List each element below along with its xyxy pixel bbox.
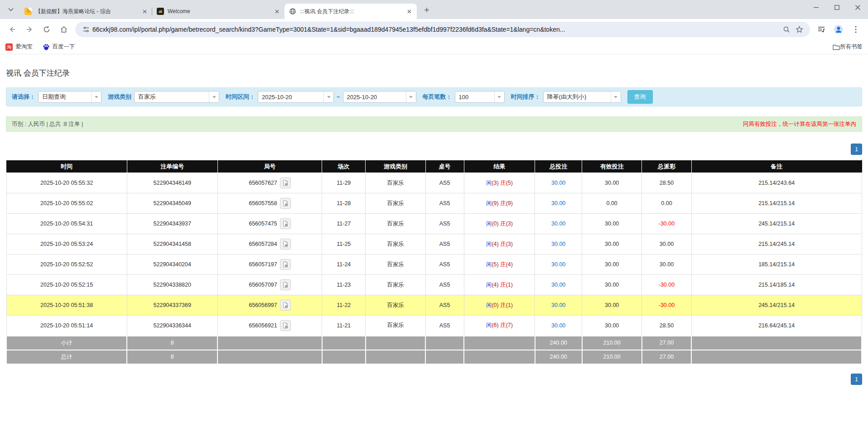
page-size-select[interactable]: 100	[455, 91, 505, 103]
chevron-down-icon[interactable]	[209, 91, 219, 102]
home-button[interactable]	[56, 22, 72, 37]
cell-remark: 215.14/185.14	[691, 275, 862, 295]
site-settings-icon[interactable]	[80, 23, 92, 36]
table-row[interactable]: 2025-10-20 05:55:32 522904346149 6560576…	[6, 173, 862, 193]
new-tab-button[interactable]	[420, 4, 433, 16]
player-points: (0)	[492, 302, 498, 308]
chevron-down-icon[interactable]	[611, 91, 621, 102]
cell-time: 2025-10-20 05:52:52	[6, 254, 127, 275]
cell-remark: 216.64/245.14	[691, 316, 862, 336]
cell-total-bet: 30.00	[535, 275, 582, 295]
cell-result: 闲(6) 庄(7)	[464, 316, 535, 336]
page-1-button[interactable]: 1	[851, 144, 862, 155]
video-replay-icon[interactable]	[280, 320, 291, 331]
cell-round-no: 656057197	[217, 254, 322, 275]
video-replay-icon[interactable]	[280, 300, 291, 311]
tab-welcome[interactable]: Welcome	[152, 4, 285, 19]
round-no-text: 656057558	[249, 200, 277, 206]
video-replay-icon[interactable]	[280, 198, 291, 209]
cell-round-no: 656057558	[217, 193, 322, 214]
cell-round-no: 656057284	[217, 234, 322, 254]
url-bar[interactable]: 66cxkj98.com/ipl/portal.php/game/betreco…	[75, 22, 810, 37]
cell-bet-no: 522904336344	[127, 316, 217, 336]
bookmark-star-icon[interactable]	[793, 23, 805, 36]
video-replay-icon[interactable]	[280, 259, 291, 270]
cell-result: 闲(5) 庄(4)	[464, 254, 535, 275]
cell-total-bet: 30.00	[535, 254, 582, 275]
game-type-label: 游戏类别	[108, 93, 131, 101]
menu-kebab-icon[interactable]	[848, 22, 863, 37]
round-no-text: 656057475	[249, 221, 277, 227]
round-no-text: 656056921	[249, 322, 277, 329]
cell-bet-no: 522904340204	[127, 254, 217, 275]
date-from-select[interactable]: 2025-10-20	[258, 91, 334, 103]
bookmark-baidu[interactable]: 百度一下	[43, 43, 75, 51]
bookmark-label: 爱淘宝	[15, 43, 33, 51]
video-replay-icon[interactable]	[280, 218, 291, 229]
table-row[interactable]: 2025-10-20 05:55:02 522904345049 6560575…	[6, 193, 862, 214]
query-type-select[interactable]: 日期查询	[38, 91, 101, 103]
zoom-page-icon[interactable]	[780, 23, 793, 36]
total-bet-link[interactable]: 30.00	[551, 180, 565, 186]
tab-close-icon[interactable]	[140, 7, 149, 15]
tab-close-icon[interactable]	[273, 7, 281, 15]
close-window-button[interactable]	[847, 0, 868, 14]
cell-time: 2025-10-20 05:51:14	[6, 316, 127, 336]
forward-button[interactable]	[22, 22, 37, 37]
minimize-button[interactable]	[805, 0, 826, 14]
chevron-down-icon[interactable]	[494, 91, 504, 102]
video-replay-icon[interactable]	[280, 279, 291, 290]
table-row[interactable]: 2025-10-20 05:54:31 522904343937 6560574…	[6, 214, 862, 234]
select-label: 请选择：	[12, 93, 35, 101]
video-replay-icon[interactable]	[280, 178, 291, 188]
total-bet-link[interactable]: 30.00	[551, 261, 565, 268]
table-row[interactable]: 2025-10-20 05:52:15 522904338820 6560570…	[6, 275, 862, 295]
banker-label: 庄	[500, 241, 506, 247]
chevron-down-icon[interactable]	[323, 91, 333, 102]
subtotal-label: 小计	[6, 336, 127, 350]
chevron-down-icon[interactable]	[406, 91, 416, 102]
banker-points: (1)	[506, 282, 513, 288]
maximize-button[interactable]	[826, 0, 847, 14]
bookmark-taobao[interactable]: 淘 爱淘宝	[5, 43, 33, 51]
tab-title: 【新提醒】海燕策略论坛 - 综合	[35, 8, 140, 15]
welcome-favicon-icon	[157, 8, 164, 15]
chevron-down-icon[interactable]	[91, 91, 101, 102]
page-1-button[interactable]: 1	[851, 374, 862, 385]
banker-points: (9)	[506, 200, 513, 206]
table-row[interactable]: 2025-10-20 05:51:14 522904336344 6560569…	[6, 316, 862, 336]
back-button[interactable]	[5, 22, 20, 37]
tab-close-icon[interactable]	[405, 7, 413, 15]
all-bookmarks-button[interactable]: 所有书签	[833, 43, 863, 51]
cell-valid-bet: 30.00	[582, 254, 642, 275]
player-label: 闲	[486, 261, 492, 268]
sort-select[interactable]: 降幂(由大到小)	[543, 91, 621, 103]
cell-payout: 30.00	[642, 234, 692, 254]
total-bet-link[interactable]: 30.00	[551, 302, 565, 308]
table-row[interactable]: 2025-10-20 05:53:24 522904341458 6560572…	[6, 234, 862, 254]
tab-bet-records[interactable]: :::视讯 会员下注纪录:::	[285, 4, 417, 19]
table-row[interactable]: 2025-10-20 05:51:38 522904337369 6560569…	[6, 295, 862, 316]
cell-remark: 185.14/215.14	[691, 254, 862, 275]
media-controls-icon[interactable]	[814, 22, 829, 37]
video-replay-icon[interactable]	[280, 239, 291, 249]
tab-search-chevron-icon[interactable]	[5, 3, 17, 16]
total-bet-link[interactable]: 30.00	[551, 322, 565, 329]
total-bet-link[interactable]: 30.00	[551, 282, 565, 288]
query-button[interactable]: 查询	[627, 90, 653, 104]
total-bet-link[interactable]: 30.00	[551, 221, 565, 227]
cell-valid-bet: 30.00	[582, 173, 642, 193]
reload-button[interactable]	[39, 22, 54, 37]
page-size-label: 每页笔数：	[423, 93, 452, 101]
date-to-select[interactable]: 2025-10-20	[343, 91, 416, 103]
cell-time: 2025-10-20 05:55:02	[6, 193, 127, 214]
tab-forum[interactable]: 【新提醒】海燕策略论坛 - 综合	[20, 4, 152, 19]
cell-bet-no: 522904341458	[127, 234, 217, 254]
table-row[interactable]: 2025-10-20 05:52:52 522904340204 6560571…	[6, 254, 862, 275]
cell-session: 11-24	[322, 254, 366, 275]
total-bet-link[interactable]: 30.00	[551, 200, 565, 206]
url-text: 66cxkj98.com/ipl/portal.php/game/betreco…	[92, 26, 780, 33]
total-bet-link[interactable]: 30.00	[551, 241, 565, 247]
profile-avatar[interactable]	[831, 22, 846, 37]
game-type-select[interactable]: 百家乐	[134, 91, 219, 103]
